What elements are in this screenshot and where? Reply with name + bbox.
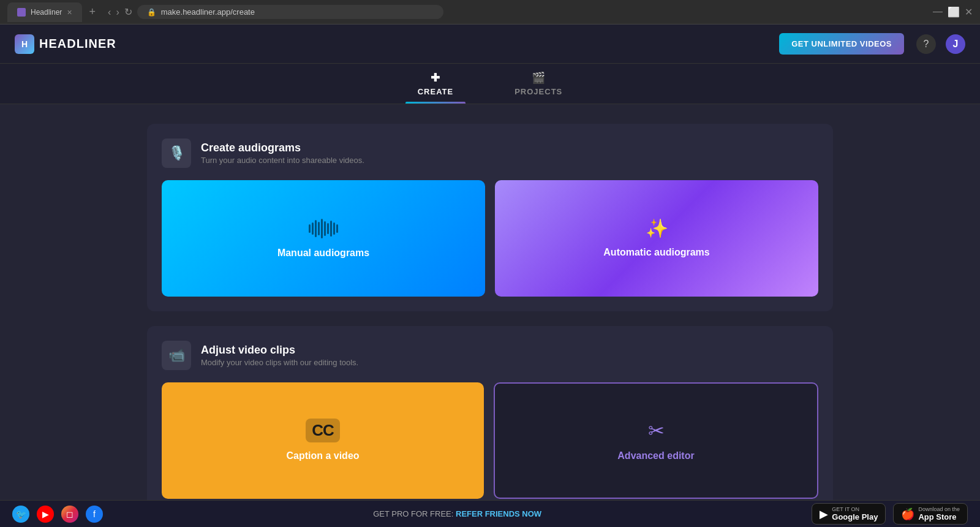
video-camera-icon: 📹 <box>168 347 185 363</box>
window-controls: — ⬜ ✕ <box>933 6 973 18</box>
video-clips-title: Adjust video clips <box>201 344 358 357</box>
logo-letter: H <box>21 39 28 49</box>
logo-icon: H <box>15 34 34 54</box>
audiograms-section-text: Create audiograms Turn your audio conten… <box>201 142 364 165</box>
audiograms-title: Create audiograms <box>201 142 364 154</box>
manual-audiograms-label: Manual audiograms <box>277 247 369 260</box>
audiograms-cards: Manual audiograms ✨ Automatic audiograms <box>162 180 818 297</box>
google-play-label-small: GET IT ON <box>832 506 878 512</box>
youtube-play-icon: ▶ <box>42 509 49 519</box>
url-text: make.headliner.app/create <box>161 7 255 17</box>
tab-title: Headliner <box>31 8 62 17</box>
manual-audiograms-card[interactable]: Manual audiograms <box>162 180 485 297</box>
new-tab-button[interactable]: + <box>89 6 96 18</box>
youtube-icon[interactable]: ▶ <box>37 506 54 523</box>
tab-favicon <box>17 8 26 17</box>
google-play-text: GET IT ON Google Play <box>832 506 878 521</box>
app-store-text: Download on the App Store <box>918 506 960 521</box>
lock-icon: 🔒 <box>147 8 156 17</box>
nav-icons: ? J <box>916 34 965 54</box>
minimize-button[interactable]: — <box>933 6 943 18</box>
advanced-editor-label: Advanced editor <box>617 450 694 463</box>
automatic-audiograms-card[interactable]: ✨ Automatic audiograms <box>495 180 818 297</box>
logo-text: HEADLINER <box>39 37 116 51</box>
maximize-button[interactable]: ⬜ <box>948 6 960 18</box>
facebook-icon[interactable]: f <box>86 506 103 523</box>
twitter-bird-icon: 🐦 <box>16 509 26 519</box>
create-tab-label: CREATE <box>418 87 453 96</box>
scissors-icon: ✂ <box>648 419 665 442</box>
tab-projects[interactable]: 🎬 PROJECTS <box>502 64 575 104</box>
google-play-icon: ▶ <box>820 507 828 521</box>
video-clips-section-header: 📹 Adjust video clips Modify your video c… <box>162 341 818 370</box>
social-icons: 🐦 ▶ ◻ f <box>12 506 103 523</box>
browser-chrome: Headliner × + ‹ › ↻ 🔒 make.headliner.app… <box>0 0 980 25</box>
app-store-label-small: Download on the <box>918 506 960 512</box>
waveform-icon <box>309 218 338 240</box>
video-clips-section-icon: 📹 <box>162 341 191 370</box>
advanced-editor-card[interactable]: ✂ Advanced editor <box>494 382 818 499</box>
automatic-audiograms-label: Automatic audiograms <box>603 246 709 259</box>
magic-wand-icon: ✨ <box>646 218 668 239</box>
caption-video-label: Caption a video <box>286 450 359 463</box>
get-unlimited-videos-button[interactable]: GET UNLIMITED VIDEOS <box>779 33 904 55</box>
refresh-button[interactable]: ↻ <box>124 6 132 18</box>
help-icon-button[interactable]: ? <box>916 34 936 54</box>
promo-bar: GET PRO FOR FREE: REFER FRIENDS NOW <box>103 509 812 518</box>
main-content: 🎙️ Create audiograms Turn your audio con… <box>0 104 980 505</box>
google-play-button[interactable]: ▶ GET IT ON Google Play <box>812 503 886 525</box>
video-clips-section-text: Adjust video clips Modify your video cli… <box>201 344 358 367</box>
user-avatar-button[interactable]: J <box>946 34 965 54</box>
back-button[interactable]: ‹ <box>108 7 111 18</box>
logo[interactable]: H HEADLINER <box>15 34 116 54</box>
app-store-label-name: App Store <box>918 512 960 521</box>
tab-close-button[interactable]: × <box>67 7 72 17</box>
top-navigation: H HEADLINER GET UNLIMITED VIDEOS ? J <box>0 25 980 64</box>
instagram-camera-icon: ◻ <box>66 509 74 519</box>
facebook-f-icon: f <box>93 509 96 519</box>
twitter-icon[interactable]: 🐦 <box>12 506 29 523</box>
video-clips-subtitle: Modify your video clips with our editing… <box>201 358 358 367</box>
browser-tab[interactable]: Headliner × <box>7 2 82 22</box>
refer-friends-link[interactable]: REFER FRIENDS NOW <box>456 509 541 518</box>
tab-bar: ✚ CREATE 🎬 PROJECTS <box>0 64 980 104</box>
projects-tab-label: PROJECTS <box>514 87 562 96</box>
audiograms-section: 🎙️ Create audiograms Turn your audio con… <box>147 124 833 311</box>
audiograms-subtitle: Turn your audio content into shareable v… <box>201 156 364 165</box>
store-buttons: ▶ GET IT ON Google Play 🍎 Download on th… <box>812 503 968 525</box>
instagram-icon[interactable]: ◻ <box>61 506 78 523</box>
user-initial: J <box>953 39 959 50</box>
promo-text: GET PRO FOR FREE: <box>373 509 453 518</box>
close-window-button[interactable]: ✕ <box>965 6 973 18</box>
caption-video-card[interactable]: CC Caption a video <box>162 382 484 499</box>
video-clips-section: 📹 Adjust video clips Modify your video c… <box>147 326 833 505</box>
question-mark-icon: ? <box>924 39 929 50</box>
app-store-button[interactable]: 🍎 Download on the App Store <box>893 503 968 525</box>
address-bar[interactable]: 🔒 make.headliner.app/create <box>137 5 443 19</box>
apple-icon: 🍎 <box>901 507 914 521</box>
audiograms-section-icon: 🎙️ <box>162 138 191 168</box>
google-play-label-name: Google Play <box>832 512 878 521</box>
bottom-bar: 🐦 ▶ ◻ f GET PRO FOR FREE: REFER FRIENDS … <box>0 500 980 527</box>
video-clips-cards: CC Caption a video ✂ Advanced editor <box>162 382 818 499</box>
browser-nav-controls: ‹ › ↻ <box>108 6 132 18</box>
projects-tab-icon: 🎬 <box>532 71 546 85</box>
audiograms-section-header: 🎙️ Create audiograms Turn your audio con… <box>162 138 818 168</box>
microphone-icon: 🎙️ <box>168 145 185 161</box>
create-tab-icon: ✚ <box>431 71 440 85</box>
tab-create[interactable]: ✚ CREATE <box>405 64 466 104</box>
forward-button[interactable]: › <box>116 7 119 18</box>
closed-captions-icon: CC <box>306 419 340 442</box>
